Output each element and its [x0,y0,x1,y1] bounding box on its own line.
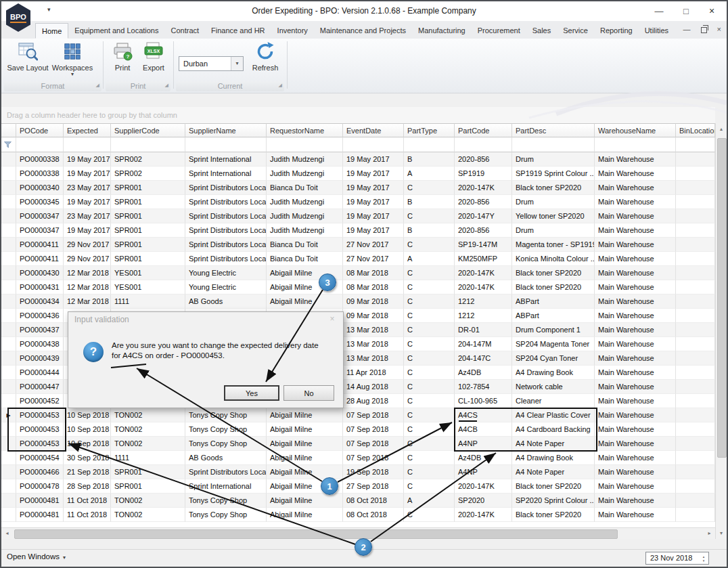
cell[interactable]: A4CB [455,422,512,437]
tab-finance-and-hr[interactable]: Finance and HR [205,23,271,39]
cell[interactable]: 23 May 2017 [64,209,111,223]
cell[interactable] [676,294,715,309]
cell[interactable]: 08 Oct 2018 [343,508,404,522]
cell[interactable]: 19 May 2017 [343,209,404,223]
cell[interactable]: A4CS [455,408,512,422]
cell[interactable]: Main Warehouse [595,181,676,195]
cell[interactable]: Judith Mudzengi [267,152,343,167]
cell[interactable]: SPR001 [111,238,185,252]
cell[interactable]: Abigail Milne [267,508,343,522]
cell[interactable]: Main Warehouse [595,167,676,181]
scroll-up-icon[interactable]: ▴ [716,123,727,135]
cell[interactable]: C [404,408,455,422]
cell[interactable]: 1111 [111,294,185,309]
tab-contract[interactable]: Contract [165,23,206,39]
cell[interactable]: Abigail Milne [267,294,343,309]
cell[interactable]: C [404,323,455,337]
cell[interactable]: C [404,465,455,479]
column-header-warehousename[interactable]: WarehouseName [595,123,676,137]
cell[interactable]: 07 Sep 2018 [343,437,404,451]
cell[interactable]: SP2020 Sprint Colour ... [512,494,595,508]
column-header-suppliername[interactable]: SupplierName [185,123,267,137]
cell[interactable]: Drum [512,152,595,167]
cell[interactable]: 19 May 2017 [343,223,404,238]
table-row[interactable]: PO000045430 Sep 20181111AB GoodsAbigail … [1,451,715,465]
cell[interactable]: A4 Drawing Book [512,366,595,380]
cell[interactable]: Main Warehouse [595,366,676,380]
site-selector-dropdown-icon[interactable]: ▾ [231,57,243,70]
column-header-requestorname[interactable]: RequestorName [267,123,343,137]
cell[interactable]: Abigail Milne [267,422,343,437]
cell[interactable]: SPR001 [111,195,185,209]
cell[interactable] [676,422,715,437]
cell[interactable]: Main Warehouse [595,266,676,280]
cell[interactable]: 08 Mar 2018 [343,280,404,294]
cell[interactable]: PO0000338 [16,152,64,167]
group-launcher-icon[interactable]: ◢ [96,80,99,90]
cell[interactable]: Main Warehouse [595,380,676,394]
cell[interactable]: 29 Nov 2017 [64,238,111,252]
cell[interactable]: 19 May 2017 [343,181,404,195]
cell[interactable]: 28 Sep 2018 [64,479,111,494]
cell[interactable]: Sprint Distributors Local [185,209,267,223]
cell[interactable]: Drum [512,195,595,209]
vertical-scrollbar[interactable]: ▴ ▾ [715,123,727,539]
cell[interactable]: PO0000430 [16,266,64,280]
filter-cell[interactable] [267,137,343,152]
cell[interactable]: SP2020 [455,494,512,508]
cell[interactable]: Main Warehouse [595,252,676,266]
table-row[interactable]: PO000045310 Sep 2018TON002Tonys Copy Sho… [1,422,715,437]
cell[interactable]: 10 Sep 2018 [64,422,111,437]
cell[interactable]: Abigail Milne [267,494,343,508]
cell[interactable]: 27 Sep 2018 [343,479,404,494]
cell[interactable] [676,394,715,408]
cell[interactable] [676,408,715,422]
filter-cell[interactable] [16,137,64,152]
cell[interactable]: 2020-856 [455,223,512,238]
table-row[interactable]: PO000046621 Sep 2018SPR001Sprint Distrib… [1,465,715,479]
table-row[interactable]: PO000043012 Mar 2018YES001Young Electric… [1,266,715,280]
cell[interactable]: ABPart [512,309,595,323]
cell[interactable] [676,337,715,351]
window-minimize-button[interactable]: — [647,1,671,21]
cell[interactable]: 19 May 2017 [343,195,404,209]
cell[interactable]: PO0000436 [16,309,64,323]
cell[interactable]: 2020-147K [455,266,512,280]
cell[interactable]: 27 Nov 2017 [343,238,404,252]
column-header-binlocationna[interactable]: BinLocationNa [676,123,715,137]
site-selector-combobox[interactable]: Durban ▾ [179,56,244,71]
cell[interactable] [676,167,715,181]
cell[interactable]: Black toner SP2020 [512,479,595,494]
cell[interactable]: Tonys Copy Shop [185,408,267,422]
cell[interactable]: C [404,266,455,280]
cell[interactable]: 204-147C [455,351,512,366]
table-row[interactable]: PO000034719 May 2017SPR001Sprint Distrib… [1,223,715,238]
filter-cell[interactable] [676,137,715,152]
cell[interactable]: C [404,380,455,394]
table-row[interactable]: PO000034519 May 2017SPR001Sprint Distrib… [1,195,715,209]
cell[interactable]: 19 May 2017 [343,152,404,167]
cell[interactable] [676,181,715,195]
filter-cell[interactable] [64,137,111,152]
column-header-eventdate[interactable]: EventDate [343,123,404,137]
cell[interactable]: SPR001 [111,209,185,223]
horizontal-scrollbar[interactable]: ◂ ▸ [1,527,715,539]
cell[interactable]: PO0000478 [16,479,64,494]
cell[interactable]: Abigail Milne [267,408,343,422]
cell[interactable] [676,465,715,479]
group-launcher-icon[interactable]: ◢ [279,80,282,90]
ribbon-restore-icon[interactable] [701,27,707,33]
column-header-suppliercode[interactable]: SupplierCode [111,123,185,137]
cell[interactable]: SPR001 [111,252,185,266]
cell[interactable]: Az4DB [455,366,512,380]
cell[interactable]: Tonys Copy Shop [185,494,267,508]
scroll-right-icon[interactable]: ▸ [704,528,715,539]
cell[interactable]: TON002 [111,508,185,522]
workspaces-button[interactable]: Workspaces ▾ [51,41,93,80]
cell[interactable]: 14 Aug 2018 [343,380,404,394]
ribbon-close-icon[interactable]: × [717,25,721,33]
cell[interactable]: 1212 [455,294,512,309]
cell[interactable]: PO0000438 [16,337,64,351]
column-header-expected[interactable]: Expected [64,123,111,137]
cell[interactable]: Az4DB [455,451,512,465]
